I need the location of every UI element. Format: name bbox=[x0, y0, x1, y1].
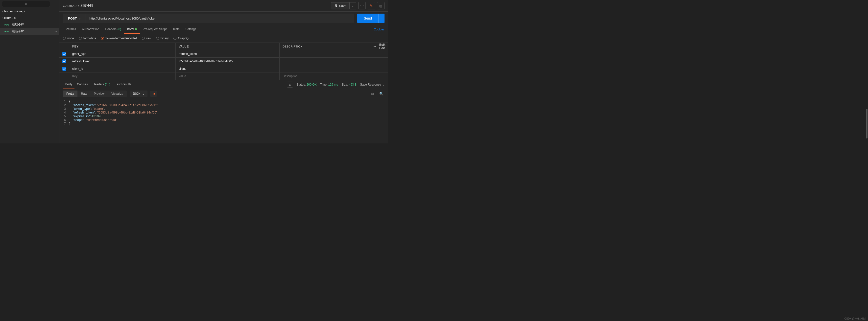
breadcrumb-request: 刷新令牌 bbox=[81, 3, 93, 8]
tab-prerequest[interactable]: Pre-request Script bbox=[140, 25, 170, 34]
request-label: 刷新令牌 bbox=[12, 29, 24, 33]
request-more-icon[interactable]: ⋯ bbox=[54, 29, 57, 33]
resp-tab-headers[interactable]: Headers (10) bbox=[90, 80, 113, 89]
table-more-icon[interactable]: ⋯ bbox=[372, 44, 377, 49]
row-desc-input[interactable]: Description bbox=[280, 72, 373, 79]
save-button[interactable]: 🖫 Save bbox=[331, 2, 350, 9]
search-icon[interactable]: 🔍 bbox=[378, 91, 384, 97]
topbar: OAuth2.0 / 刷新令牌 🖫 Save ⌄ ⋯ ✎ ▤ bbox=[59, 0, 388, 12]
save-dropdown[interactable]: ⌄ bbox=[350, 2, 356, 9]
status-code: 200 OK bbox=[307, 83, 317, 86]
row-value-input[interactable]: Value bbox=[176, 72, 280, 79]
kv-table: KEY VALUE DESCRIPTION ⋯Bulk Edit grant_t… bbox=[59, 42, 388, 80]
response-body-view[interactable]: 1{2 "access_token": "2e16b363-309e-4243-… bbox=[59, 98, 388, 143]
url-input[interactable]: http://client:secret@localhost:8080/oaut… bbox=[86, 13, 354, 23]
copy-icon[interactable]: ⧉ bbox=[369, 91, 376, 97]
chevron-down-icon: ⌄ bbox=[79, 17, 81, 20]
tab-body[interactable]: Body bbox=[124, 25, 140, 34]
row-key[interactable]: grant_type bbox=[69, 50, 176, 57]
table-row: grant_type refresh_token bbox=[59, 50, 388, 58]
main-panel: OAuth2.0 / 刷新令牌 🖫 Save ⌄ ⋯ ✎ ▤ POST bbox=[59, 0, 388, 143]
row-checkbox[interactable] bbox=[62, 52, 66, 56]
chevron-down-icon: ⌄ bbox=[142, 92, 145, 95]
row-value[interactable]: refresh_token bbox=[176, 50, 280, 57]
resp-tab-cookies[interactable]: Cookies bbox=[74, 80, 90, 89]
col-value: VALUE bbox=[176, 43, 280, 50]
table-row-new: Key Value Description bbox=[59, 72, 388, 80]
format-select[interactable]: JSON⌄ bbox=[130, 91, 148, 97]
more-actions-button[interactable]: ⋯ bbox=[358, 2, 366, 9]
sidebar-more-icon[interactable]: ⋯ bbox=[52, 1, 57, 6]
resp-tab-body[interactable]: Body bbox=[63, 80, 74, 89]
row-desc[interactable] bbox=[280, 58, 373, 65]
resp-tab-test-results[interactable]: Test Results bbox=[113, 80, 134, 89]
send-dropdown[interactable]: ⌄ bbox=[378, 13, 384, 23]
request-item[interactable]: POST 获取令牌 bbox=[0, 21, 59, 28]
radio-none[interactable]: none bbox=[63, 37, 74, 40]
request-label: 获取令牌 bbox=[12, 23, 24, 27]
save-icon: 🖫 bbox=[334, 4, 338, 8]
response-toolbar: Pretty Raw Preview Visualize JSON⌄ ⇥ ⧉ 🔍 bbox=[59, 89, 388, 98]
comments-button[interactable]: ▤ bbox=[377, 2, 384, 9]
row-key-input[interactable]: Key bbox=[69, 72, 176, 79]
body-type-row: none form-data x-www-form-urlencoded raw… bbox=[59, 34, 388, 42]
send-button[interactable]: Send bbox=[357, 13, 378, 23]
view-visualize[interactable]: Visualize bbox=[108, 91, 127, 97]
response-panel: Body Cookies Headers (10) Test Results ⊕… bbox=[59, 80, 388, 143]
row-desc[interactable] bbox=[280, 50, 373, 57]
row-checkbox[interactable] bbox=[62, 59, 66, 63]
radio-formdata[interactable]: form-data bbox=[79, 37, 96, 40]
row-desc[interactable] bbox=[280, 65, 373, 72]
row-value[interactable]: client bbox=[176, 65, 280, 72]
chevron-down-icon: ⌄ bbox=[382, 83, 384, 86]
collection-item[interactable]: clazz-admin-api bbox=[0, 8, 59, 14]
tab-settings[interactable]: Settings bbox=[183, 25, 199, 34]
request-tabs: Params Authorization Headers (8) Body Pr… bbox=[59, 25, 388, 34]
request-row: POST ⌄ http://client:secret@localhost:80… bbox=[59, 12, 388, 25]
method-select[interactable]: POST ⌄ bbox=[63, 13, 86, 23]
filter-icon: ⇳ bbox=[25, 2, 27, 6]
col-key: KEY bbox=[69, 43, 176, 50]
table-row: refresh_token f6583d8a-598c-46bb-81d8-01… bbox=[59, 58, 388, 65]
radio-raw[interactable]: raw bbox=[142, 37, 151, 40]
cookies-link[interactable]: Cookies bbox=[374, 28, 384, 31]
edit-button[interactable]: ✎ bbox=[368, 2, 375, 9]
col-desc: DESCRIPTION bbox=[280, 43, 373, 50]
tab-headers[interactable]: Headers (8) bbox=[102, 25, 124, 34]
method-badge: POST bbox=[4, 24, 11, 26]
filter-input[interactable]: ⇳ bbox=[2, 1, 50, 7]
active-dot-icon bbox=[135, 28, 137, 30]
table-row: client_id client bbox=[59, 65, 388, 72]
view-preview[interactable]: Preview bbox=[90, 91, 108, 97]
radio-binary[interactable]: binary bbox=[156, 37, 169, 40]
tab-params[interactable]: Params bbox=[63, 25, 79, 34]
request-item[interactable]: POST 刷新令牌 ⋯ bbox=[0, 28, 59, 35]
row-key[interactable]: client_id bbox=[69, 65, 176, 72]
view-pretty[interactable]: Pretty bbox=[63, 91, 78, 97]
response-tabs: Body Cookies Headers (10) Test Results ⊕… bbox=[59, 80, 388, 89]
tab-authorization[interactable]: Authorization bbox=[79, 25, 102, 34]
radio-graphql[interactable]: GraphQL bbox=[174, 37, 190, 40]
radio-xwww[interactable]: x-www-form-urlencoded bbox=[101, 37, 137, 40]
tab-tests[interactable]: Tests bbox=[169, 25, 182, 34]
collection-item[interactable]: OAuth2.0 bbox=[0, 14, 59, 21]
row-key[interactable]: refresh_token bbox=[69, 58, 176, 65]
status-size: 493 B bbox=[349, 83, 356, 86]
row-value[interactable]: f6583d8a-598c-46bb-81d8-01fa6484cf05 bbox=[176, 58, 280, 65]
status-time: 129 ms bbox=[328, 83, 338, 86]
view-raw[interactable]: Raw bbox=[78, 91, 90, 97]
breadcrumb: OAuth2.0 / 刷新令牌 bbox=[63, 3, 93, 8]
breadcrumb-collection[interactable]: OAuth2.0 bbox=[63, 4, 76, 8]
sidebar: ⇳ ⋯ clazz-admin-api OAuth2.0 POST 获取令牌 P… bbox=[0, 0, 59, 143]
save-response-button[interactable]: Save Response ⌄ bbox=[360, 83, 384, 86]
bulk-edit-button[interactable]: Bulk Edit bbox=[379, 43, 385, 50]
wrap-lines-button[interactable]: ⇥ bbox=[150, 91, 157, 97]
row-checkbox[interactable] bbox=[62, 67, 66, 71]
breadcrumb-sep: / bbox=[78, 4, 79, 8]
method-badge: POST bbox=[4, 30, 11, 33]
sidebar-toolbar: ⇳ ⋯ bbox=[0, 0, 59, 8]
globe-icon[interactable]: ⊕ bbox=[287, 82, 293, 88]
